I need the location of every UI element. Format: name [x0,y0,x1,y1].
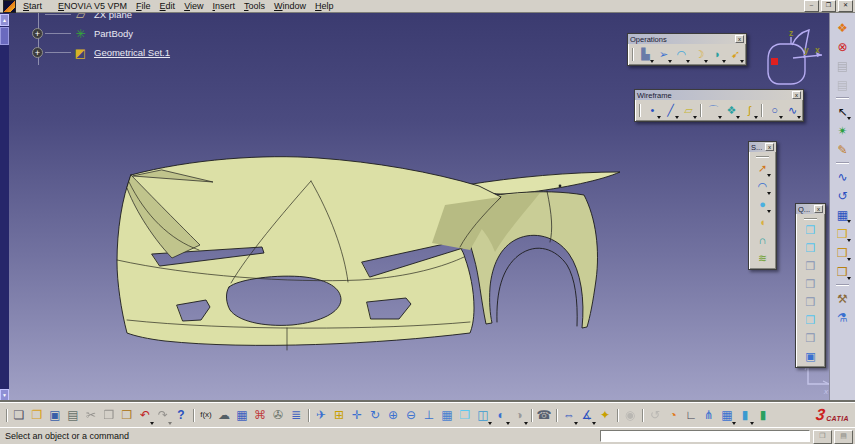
3d-viewport[interactable]: ▲ ▼ + ▱ ZX plane + ✳ PartBody + [0,13,855,402]
transform-icon[interactable]: ➹ [727,46,744,63]
tools-hammer-icon[interactable]: ⚒ [834,290,851,307]
work-on-support-icon[interactable]: ▦ [834,206,851,223]
top-view-icon[interactable]: ❒ [802,312,819,329]
tree-node-geometrical-set[interactable]: + ◩ Geometrical Set.1 [32,43,170,62]
status-button-1[interactable]: ❐ [813,430,832,444]
lock-icon[interactable]: ✦ [596,406,614,425]
view-compass[interactable]: z y x [760,28,830,92]
measure-between-icon[interactable]: ⇔ [560,406,578,425]
join-icon[interactable]: ▙ [637,46,654,63]
wireframe-toolbar[interactable]: Wireframe x •╱▱⌒❖ʃ○∿ [634,89,804,122]
toolbar-title-bar[interactable]: S... x [749,142,776,152]
toolbar-title-bar[interactable]: Wireframe x [635,90,803,100]
split-icon[interactable]: ➢ [655,46,672,63]
menu-edit[interactable]: Edit [160,1,176,11]
catalog-icon-2[interactable]: ❒ [834,244,851,261]
shading-edges-icon[interactable]: ◫ [474,406,492,425]
apply-material-icon[interactable]: ⚗ [834,309,851,326]
close-red-icon[interactable]: ⊗ [834,38,851,55]
bottom-view-icon[interactable]: ❒ [802,330,819,347]
rules-icon[interactable]: ≣ [287,406,305,425]
zoom-in-icon[interactable]: ⊕ [384,406,402,425]
scroll-down-button[interactable]: ▼ [0,389,9,401]
close-icon[interactable]: x [792,91,801,99]
scroll-up-button[interactable]: ▲ [0,14,9,26]
toolbar-title-bar[interactable]: Operations x [628,34,746,44]
plane-icon[interactable]: ▱ [680,102,697,119]
blend-icon[interactable]: ∩ [754,232,771,249]
close-button[interactable]: ✕ [838,0,853,12]
hide-show-icon[interactable]: ◐ [492,406,510,425]
menu-insert[interactable]: Insert [212,1,235,11]
open-icon[interactable]: ❐ [28,406,46,425]
analysis-curve-icon[interactable]: ∿ [834,168,851,185]
tree-node-zx-plane[interactable]: + ▱ ZX plane [32,13,170,24]
grid-icon[interactable]: ▦ [718,406,736,425]
clipboard2-icon[interactable]: ▤ [834,76,851,93]
body-blue-icon[interactable]: ▮ [736,406,754,425]
save-icon[interactable]: ▣ [46,406,64,425]
close-icon[interactable]: x [765,143,774,151]
tree-node-partbody[interactable]: + ✳ PartBody [32,24,170,43]
minimize-button[interactable]: – [804,0,819,12]
close-icon[interactable]: x [814,205,823,213]
paste-icon[interactable]: ❒ [118,406,136,425]
select-icon[interactable]: ↖ [834,103,851,120]
status-button-2[interactable]: ▤ [834,430,853,444]
telephone-icon[interactable]: ☎ [535,406,553,425]
intersection-icon[interactable]: ❖ [723,102,740,119]
extrude-icon[interactable]: ➚ [754,160,771,177]
fillet-icon[interactable]: ◠ [673,46,690,63]
car-body-model[interactable] [117,157,620,350]
left-view-icon[interactable]: ❒ [802,276,819,293]
back-view-icon[interactable]: ❒ [802,258,819,275]
lock-knowledge-icon[interactable]: ✇ [269,406,287,425]
rotate-icon[interactable]: ↻ [366,406,384,425]
sphere-icon[interactable]: ● [754,196,771,213]
menu-start[interactable]: Start [23,1,42,11]
app-icon[interactable] [3,0,16,13]
fit-all-in-icon[interactable]: ⊞ [330,406,348,425]
cut-icon[interactable]: ✂ [82,406,100,425]
revolve-icon[interactable]: ◠ [754,178,771,195]
iso-view-icon[interactable]: ❒ [802,222,819,239]
redo-icon[interactable]: ↷ [154,406,172,425]
calculator-icon[interactable]: ▦ [233,406,251,425]
undo-icon[interactable]: ↶ [136,406,154,425]
close-icon[interactable]: x [735,35,744,43]
circle-icon[interactable]: ○ [766,102,783,119]
front-view-icon[interactable]: ❒ [802,240,819,257]
graph-tree-icon[interactable]: ⋔ [700,406,718,425]
shading-icon[interactable]: ❒ [456,406,474,425]
swap-space-icon[interactable]: ↺ [646,406,664,425]
zoom-out-icon[interactable]: ⊖ [402,406,420,425]
quick-view-toolbar[interactable]: Q... x ❒❒❒❒❒❒❒▣ [795,203,826,368]
formula-fx-icon[interactable]: f(x) [197,406,215,425]
named-views-icon[interactable]: ▣ [802,348,819,365]
whats-this-icon[interactable]: ? [172,406,190,425]
menu-window[interactable]: Window [274,1,306,11]
expander-icon[interactable]: + [32,28,43,39]
restore-button[interactable]: ❐ [821,0,836,12]
command-input[interactable] [600,430,810,442]
extract-icon[interactable]: ◗ [709,46,726,63]
multi-view-icon[interactable]: ▦ [438,406,456,425]
fly-mode-icon[interactable]: ✈ [312,406,330,425]
menu-view[interactable]: View [184,1,203,11]
menu-help[interactable]: Help [315,1,334,11]
pan-icon[interactable]: ✛ [348,406,366,425]
normal-view-icon[interactable]: ⊥ [420,406,438,425]
expander-icon[interactable]: + [32,47,43,58]
polyline-icon[interactable]: ʃ [741,102,758,119]
multi-section-icon[interactable]: ≋ [754,250,771,267]
line-icon[interactable]: ╱ [662,102,679,119]
catalog-icon-1[interactable]: ❒ [834,225,851,242]
copy-icon[interactable]: ❐ [100,406,118,425]
scroll-thumb[interactable] [0,27,9,45]
comment-icon[interactable]: ☁ [215,406,233,425]
surfaces-toolbar[interactable]: S... x ➚◠●◖∩≋ [748,141,777,270]
new-document-icon[interactable]: ❏ [10,406,28,425]
projection-icon[interactable]: ⌒ [705,102,722,119]
axis-system-icon[interactable]: ∟ [682,406,700,425]
rotate-cn-icon[interactable]: ↺ [834,187,851,204]
